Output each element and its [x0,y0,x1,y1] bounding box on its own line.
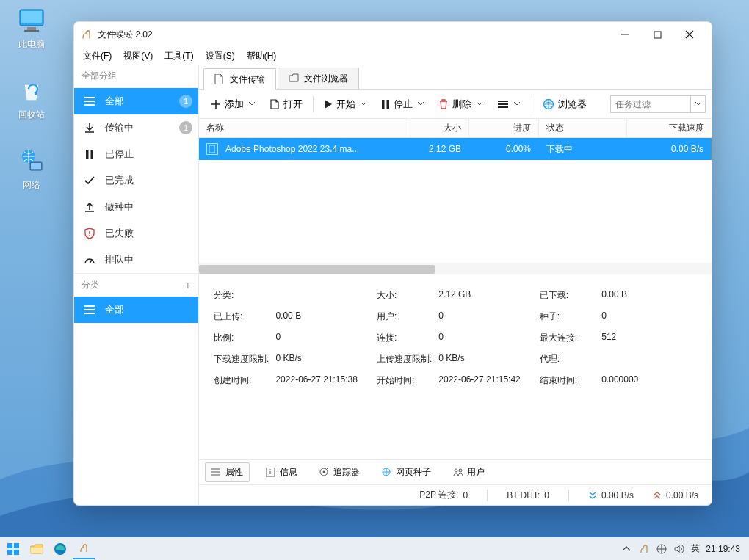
chevron-down-icon [475,102,484,106]
svg-rect-48 [31,548,43,553]
tray-ime[interactable]: 英 [691,542,700,555]
delete-button[interactable]: 删除 [433,94,490,114]
col-name[interactable]: 名称 [199,119,410,137]
tray-clock[interactable]: 21:19:43 [706,544,740,554]
pause-button[interactable]: 停止 [375,94,431,114]
sidebar-item-seeding[interactable]: 做种中 [74,194,198,220]
detail-tab-info[interactable]: 信息 [260,463,303,481]
sidebar-category-header: 分类 + [74,273,198,297]
tray-volume-icon[interactable] [673,543,685,555]
chevron-down-icon [247,102,256,106]
tray-app-icon[interactable] [638,543,650,555]
svg-line-19 [90,260,92,263]
filter-input[interactable] [610,95,691,113]
desktop-icon-this-pc[interactable]: 此电脑 [6,4,57,51]
filter-dropdown-button[interactable] [691,95,706,113]
chevron-down-icon [513,102,521,106]
sidebar-item-queued[interactable]: 排队中 [74,247,198,273]
status-p2p: P2P 连接:0 [419,489,468,501]
svg-rect-3 [24,30,39,32]
svg-rect-46 [7,550,12,555]
start-button[interactable] [2,538,24,559]
sidebar-category-all[interactable]: 全部 [74,297,198,323]
col-speed[interactable]: 下载速度 [627,119,712,137]
col-size[interactable]: 大小 [410,119,469,137]
sidebar-item-all[interactable]: 全部 1 [74,88,198,114]
sidebar-item-stopped[interactable]: 已停止 [74,141,198,167]
target-icon [319,468,330,478]
start-button[interactable]: 开始 [318,94,374,114]
sidebar-item-failed[interactable]: 已失败 [74,220,198,247]
monitor-icon [16,4,47,35]
cell-size: 2.12 GB [410,138,469,160]
maximize-button[interactable] [641,23,673,46]
svg-rect-26 [387,100,390,109]
detail-tab-properties[interactable]: 属性 [205,462,250,482]
detail-tab-users[interactable]: 用户 [447,463,491,481]
scrollbar-thumb[interactable] [199,265,435,274]
add-button[interactable]: 添加 [205,94,262,114]
sidebar: 全部分组 全部 1 传输中 1 已停止 已完成 做种中 [74,65,199,505]
table-row[interactable]: Adobe Photoshop 2022 23.4 ma... 2.12 GB … [199,138,712,160]
sidebar-item-transferring[interactable]: 传输中 1 [74,114,198,141]
col-status[interactable]: 状态 [539,119,627,137]
users-icon [453,468,463,478]
desktop-icon-label: 此电脑 [6,38,57,51]
tray-chevron-up-icon[interactable] [620,543,632,555]
minimize-button[interactable] [609,23,641,46]
svg-rect-2 [27,27,36,30]
browser-button[interactable]: 浏览器 [537,94,593,114]
close-button[interactable] [673,23,706,46]
detail-tabs: 属性 信息 追踪器 网页种子 用户 [199,459,712,484]
cell-name: Adobe Photoshop 2022 23.4 ma... [225,144,359,154]
trash-icon [438,99,449,109]
taskbar-app[interactable] [73,538,95,559]
svg-rect-47 [14,550,19,555]
detail-tab-webseed[interactable]: 网页种子 [376,463,437,481]
sidebar-item-label: 已失败 [105,227,134,240]
info-icon [266,468,276,478]
open-button[interactable]: 打开 [264,94,308,114]
svg-point-43 [459,469,462,472]
cell-progress: 0.00% [469,138,539,160]
desktop-icon-network[interactable]: 网络 [6,145,57,192]
pause-icon [381,100,390,109]
desktop-icon-recycle-bin[interactable]: 回收站 [6,75,57,121]
chevrons-down-icon [588,491,597,500]
cell-status: 下载中 [539,138,627,160]
svg-line-40 [326,468,328,470]
col-progress[interactable]: 进度 [469,119,539,137]
taskbar-edge[interactable] [49,538,71,559]
svg-point-39 [323,470,325,473]
horizontal-scrollbar[interactable] [199,263,712,274]
svg-rect-1 [21,11,42,23]
menu-settings[interactable]: 设置(S) [200,48,241,65]
tab-file-transfer[interactable]: 文件传输 [203,68,276,90]
menu-icon [83,96,96,106]
globe-icon [543,98,554,110]
chevron-down-icon [416,102,425,106]
main-tabs: 文件传输 文件浏览器 [199,65,712,90]
tray-network-icon[interactable] [656,543,667,555]
svg-point-42 [455,469,457,472]
detail-tab-tracker[interactable]: 追踪器 [314,463,366,481]
menu-view[interactable]: 视图(V) [117,48,159,65]
svg-rect-45 [14,543,19,548]
desktop-icon-label: 回收站 [6,109,57,121]
menu-help[interactable]: 帮助(H) [241,48,283,65]
tab-file-browser[interactable]: 文件浏览器 [278,68,359,89]
grid-body[interactable]: Adobe Photoshop 2022 23.4 ma... 2.12 GB … [199,138,712,263]
folder-icon [289,73,299,84]
svg-rect-6 [31,163,41,169]
titlebar[interactable]: 文件蜈蚣 2.02 [74,22,712,47]
taskbar-explorer[interactable] [26,538,48,559]
list-icon [211,468,222,478]
menu-file[interactable]: 文件(F) [77,48,117,65]
sidebar-item-completed[interactable]: 已完成 [74,167,198,194]
cell-speed: 0.00 B/s [627,138,712,160]
menu-tools[interactable]: 工具(T) [159,48,199,65]
plus-icon [211,99,221,109]
gauge-icon [83,255,96,265]
list-options-button[interactable] [491,94,527,114]
add-category-button[interactable]: + [185,280,191,291]
